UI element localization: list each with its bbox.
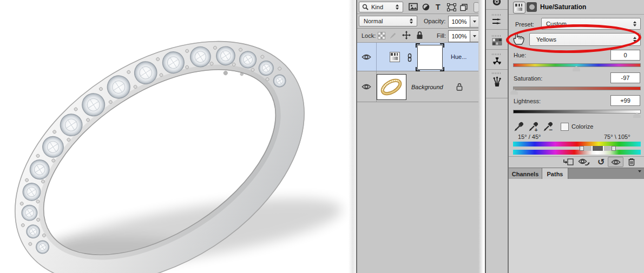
layer-filter-toggle-icon[interactable] xyxy=(474,2,478,12)
range-selected-band[interactable] xyxy=(593,146,603,151)
lightness-value-field[interactable]: +99 xyxy=(610,95,640,106)
eyedropper-icon[interactable] xyxy=(513,120,524,134)
brush-presets-icon xyxy=(491,17,503,26)
dock-adjustments-button[interactable] xyxy=(486,50,508,70)
range-handle-left[interactable] xyxy=(580,146,584,151)
lock-position-icon[interactable] xyxy=(402,31,411,41)
layer-row-background[interactable]: Background xyxy=(357,71,478,102)
blend-mode-row: Normal Opacity: 100% xyxy=(357,14,478,29)
saturation-value-field[interactable]: -97 xyxy=(610,72,640,83)
adjustment-layers-filter-icon[interactable] xyxy=(422,3,430,12)
svg-text:−: − xyxy=(549,126,553,132)
preset-value: Custom xyxy=(542,21,567,27)
eye-icon[interactable] xyxy=(362,83,371,91)
spinner-arrows-icon xyxy=(410,18,413,24)
opacity-value: 100% xyxy=(448,16,470,28)
ring-photo xyxy=(0,0,349,273)
layer-name[interactable]: Background xyxy=(411,84,443,90)
hue-value-field[interactable]: 0 xyxy=(610,50,640,61)
colorize-label: Colorize xyxy=(571,123,593,130)
lock-row: Lock: Fill: 100% xyxy=(357,29,478,43)
range-handle-right[interactable] xyxy=(612,146,616,151)
paths-panel-body xyxy=(509,179,644,273)
eye-icon[interactable] xyxy=(362,54,371,62)
hue-range-control xyxy=(509,146,644,151)
dropdown-arrow-icon[interactable] xyxy=(470,16,478,28)
spinner-arrows-icon xyxy=(633,21,636,26)
lock-paint-brush-icon[interactable] xyxy=(389,31,397,41)
tab-channels[interactable]: Channels xyxy=(509,168,542,179)
colorize-checkbox[interactable] xyxy=(561,123,569,131)
shape-layers-filter-icon[interactable] xyxy=(447,3,456,12)
delete-adjustment-icon[interactable] xyxy=(627,157,636,168)
reset-icon[interactable]: ↺ xyxy=(597,157,604,167)
type-layers-filter-icon[interactable]: T xyxy=(436,3,441,11)
lock-all-icon[interactable] xyxy=(416,31,423,41)
hue-saturation-panel-icon xyxy=(513,2,525,14)
toggle-visibility-button[interactable] xyxy=(608,157,623,167)
visibility-column xyxy=(357,43,377,71)
tool-presets-icon xyxy=(492,76,502,88)
styles-grid-icon xyxy=(492,38,502,46)
visibility-column xyxy=(357,71,377,102)
panel-gutter xyxy=(478,0,485,273)
fill-combo[interactable]: 100% xyxy=(448,30,478,42)
lightness-slider-track[interactable] xyxy=(513,110,641,114)
gripper-icon xyxy=(492,54,502,55)
dropdown-arrow-icon[interactable] xyxy=(470,30,478,42)
saturation-label: Saturation: xyxy=(514,75,542,82)
tab-paths[interactable]: Paths xyxy=(542,168,568,179)
tab-bar: Channels Paths xyxy=(509,168,644,179)
clip-to-layer-icon[interactable] xyxy=(563,158,574,168)
blend-mode-value: Normal xyxy=(359,18,383,24)
mask-icon xyxy=(527,2,537,12)
eye-icon xyxy=(611,159,621,165)
link-mask-icon[interactable] xyxy=(407,53,412,63)
opacity-label: Opacity: xyxy=(424,18,445,24)
view-previous-state-icon[interactable] xyxy=(578,158,590,168)
kind-label: Kind xyxy=(369,4,383,10)
eyedropper-plus-icon[interactable]: + xyxy=(528,120,539,134)
spinner-arrows-icon xyxy=(633,37,636,42)
document-vscrollbar[interactable] xyxy=(349,0,356,273)
spinner-arrows-icon xyxy=(396,4,399,10)
background-layer-thumbnail[interactable] xyxy=(377,74,406,100)
smart-object-filter-icon[interactable] xyxy=(460,3,469,12)
layer-name[interactable]: Hue... xyxy=(451,54,466,60)
lock-transparency-icon[interactable] xyxy=(378,32,385,39)
layer-mask-thumbnail[interactable] xyxy=(417,45,443,70)
range-falloff-left[interactable] xyxy=(584,146,592,151)
saturation-slider-track[interactable] xyxy=(513,86,641,90)
lightness-label: Lightness: xyxy=(514,98,541,104)
preset-dropdown[interactable]: Custom xyxy=(541,18,641,30)
gripper-icon xyxy=(492,35,502,37)
channel-dropdown[interactable]: Yellows xyxy=(529,33,641,46)
dock-brush-presets-button[interactable] xyxy=(486,10,508,30)
color-wheel-icon xyxy=(491,0,503,9)
eyedropper-minus-icon[interactable]: − xyxy=(542,120,554,134)
dock-styles-button[interactable] xyxy=(486,30,508,50)
layer-filter-kind-dropdown[interactable]: Kind xyxy=(359,2,403,12)
search-icon xyxy=(362,4,369,10)
targeted-adjustment-hand-icon[interactable] xyxy=(511,31,525,46)
gripper-icon xyxy=(492,14,502,16)
layer-row-hue-saturation[interactable]: Hue... xyxy=(357,43,478,71)
properties-header: Hue/Saturation xyxy=(509,0,644,15)
dock-color-wheel-button[interactable] xyxy=(486,0,508,10)
hue-label: Hue: xyxy=(514,52,526,58)
blend-mode-dropdown[interactable]: Normal xyxy=(359,16,417,26)
adjustments-icon xyxy=(492,56,502,66)
layers-panel: Kind T Normal Opacity: 100% xyxy=(356,0,478,273)
dock-tool-presets-button[interactable] xyxy=(486,70,508,98)
opacity-combo[interactable]: 100% xyxy=(448,16,478,28)
svg-text:+: + xyxy=(535,127,538,132)
layer-lock-icon xyxy=(456,83,463,92)
range-falloff-right[interactable] xyxy=(604,146,612,151)
gripper-icon xyxy=(492,72,502,74)
pixel-layers-filter-icon[interactable] xyxy=(409,3,418,12)
panel-menu-icon[interactable] xyxy=(638,172,641,179)
document-canvas[interactable] xyxy=(0,0,349,273)
fill-label: Fill: xyxy=(437,32,446,39)
hue-saturation-adjustment-thumbnail[interactable] xyxy=(390,52,400,62)
properties-panel: Hue/Saturation Preset: Custom Yellows Hu… xyxy=(509,0,644,273)
